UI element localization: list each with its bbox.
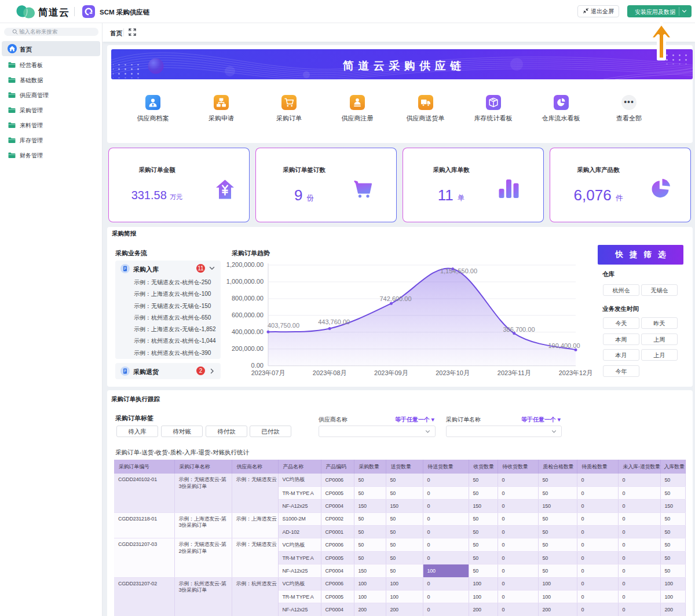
svg-text:386,700.00: 386,700.00 [503, 326, 535, 333]
svg-text:800,000.00: 800,000.00 [232, 295, 264, 302]
svg-text:443,760.00: 443,760.00 [318, 318, 350, 325]
svg-text:2023年09月: 2023年09月 [374, 369, 408, 376]
svg-text:2023年11月: 2023年11月 [498, 369, 531, 376]
svg-text:2023年07月: 2023年07月 [251, 369, 286, 376]
svg-text:400,000.00: 400,000.00 [232, 328, 264, 335]
svg-text:742,600.00: 742,600.00 [379, 295, 411, 302]
svg-text:2023年12月: 2023年12月 [559, 369, 593, 376]
svg-text:2023年08月: 2023年08月 [313, 369, 347, 376]
svg-text:1,000,000.00: 1,000,000.00 [226, 278, 264, 285]
svg-text:1,200,000.00: 1,200,000.00 [226, 261, 264, 268]
svg-text:0.00: 0.00 [251, 362, 264, 369]
svg-text:403,750.00: 403,750.00 [268, 322, 299, 329]
svg-text:190,400.00: 190,400.00 [548, 342, 580, 349]
svg-text:1,154,550.00: 1,154,550.00 [440, 267, 477, 274]
svg-text:2023年10月: 2023年10月 [436, 369, 470, 376]
svg-text:200,000.00: 200,000.00 [232, 345, 264, 352]
svg-text:600,000.00: 600,000.00 [232, 311, 264, 318]
